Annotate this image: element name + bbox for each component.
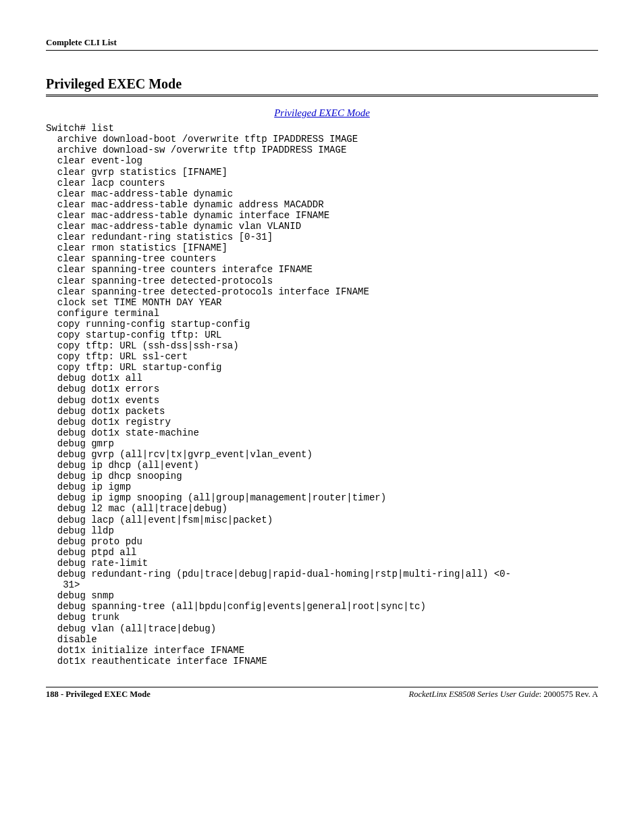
- section-title: Privileged EXEC Mode: [46, 76, 598, 92]
- cli-listing: Switch# list archive download-boot /over…: [46, 123, 598, 667]
- page-footer: 188 - Privileged EXEC Mode RocketLinx ES…: [46, 687, 598, 699]
- privileged-exec-mode-link[interactable]: Privileged EXEC Mode: [274, 107, 370, 118]
- footer-revision: : 2000575 Rev. A: [539, 689, 598, 699]
- title-rule: [46, 95, 598, 95]
- running-header: Complete CLI List: [46, 38, 598, 51]
- footer-right: RocketLinx ES8508 Series User Guide: 200…: [409, 689, 598, 699]
- footer-guide-title: RocketLinx ES8508 Series User Guide: [409, 689, 539, 699]
- xref-line: Privileged EXEC Mode: [46, 107, 598, 119]
- footer-left: 188 - Privileged EXEC Mode: [46, 689, 151, 699]
